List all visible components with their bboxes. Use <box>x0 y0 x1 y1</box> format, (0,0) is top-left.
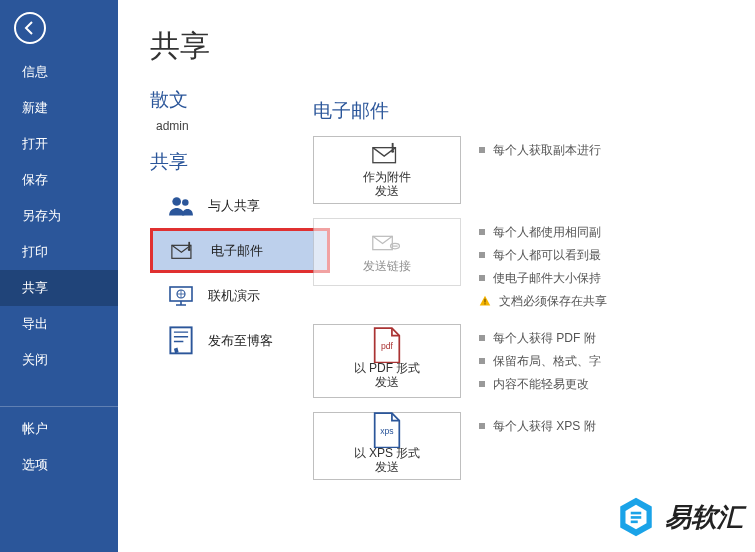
bullet-icon <box>479 335 485 341</box>
present-online-icon <box>168 285 194 307</box>
bullet-text: 每个人都可以看到最 <box>493 247 601 264</box>
warning-icon <box>479 295 491 307</box>
bullet-group: 每个人获得 XPS 附 <box>479 412 596 435</box>
watermark-logo-icon <box>615 496 657 538</box>
tile-label: 以 PDF 形式 发送 <box>354 361 421 389</box>
sidebar-item-saveas[interactable]: 另存为 <box>0 198 118 234</box>
svg-rect-11 <box>484 299 485 303</box>
blog-icon <box>168 330 194 352</box>
bullet-text: 内容不能轻易更改 <box>493 376 589 393</box>
tile-send-xps[interactable]: xps 以 XPS 形式 发送 <box>313 412 461 480</box>
page-title: 共享 <box>150 26 755 67</box>
bullet-group: 每个人获取副本进行 <box>479 136 601 159</box>
sidebar-item-share[interactable]: 共享 <box>0 270 118 306</box>
sidebar-item-export[interactable]: 导出 <box>0 306 118 342</box>
bullet-icon <box>479 229 485 235</box>
tile-send-pdf[interactable]: pdf 以 PDF 形式 发送 <box>313 324 461 398</box>
bullet-icon <box>479 275 485 281</box>
svg-point-3 <box>188 248 191 251</box>
bullet-text: 保留布局、格式、字 <box>493 353 601 370</box>
pdf-file-icon: pdf <box>371 333 403 357</box>
watermark: 易软汇 <box>615 496 743 538</box>
share-item-label: 与人共享 <box>208 197 260 215</box>
share-item-present[interactable]: 联机演示 <box>150 273 330 318</box>
svg-text:xps: xps <box>380 426 393 436</box>
sidebar-item-save[interactable]: 保存 <box>0 162 118 198</box>
bullet-text: 每个人都使用相同副 <box>493 224 601 241</box>
envelope-attach-icon <box>371 142 403 166</box>
svg-rect-16 <box>631 516 642 519</box>
sidebar-item-options[interactable]: 选项 <box>0 447 118 483</box>
svg-rect-17 <box>631 521 638 524</box>
svg-rect-15 <box>631 512 642 515</box>
share-item-label: 电子邮件 <box>211 242 263 260</box>
bullet-text: 使电子邮件大小保持 <box>493 270 601 287</box>
bullet-icon <box>479 358 485 364</box>
bullet-text: 每个人获取副本进行 <box>493 142 601 159</box>
tile-label: 作为附件 发送 <box>363 170 411 198</box>
svg-point-8 <box>391 150 394 153</box>
svg-point-0 <box>172 197 181 206</box>
back-button[interactable] <box>14 12 46 44</box>
bullet-icon <box>479 423 485 429</box>
sidebar-item-print[interactable]: 打印 <box>0 234 118 270</box>
tile-send-link: 发送链接 <box>313 218 461 286</box>
svg-rect-12 <box>484 303 485 304</box>
share-item-label: 联机演示 <box>208 287 260 305</box>
xps-file-icon: xps <box>371 418 403 442</box>
sidebar-item-account[interactable]: 帐户 <box>0 411 118 447</box>
share-item-people[interactable]: 与人共享 <box>150 183 330 228</box>
sidebar-item-info[interactable]: 信息 <box>0 54 118 90</box>
watermark-text: 易软汇 <box>665 500 743 535</box>
bullet-text: 文档必须保存在共享 <box>499 293 607 310</box>
envelope-link-icon <box>371 231 403 255</box>
tile-label: 以 XPS 形式 发送 <box>354 446 421 474</box>
tile-send-attachment[interactable]: 作为附件 发送 <box>313 136 461 204</box>
share-item-email[interactable]: 电子邮件 <box>150 228 330 273</box>
bullet-icon <box>479 147 485 153</box>
sidebar-item-close[interactable]: 关闭 <box>0 342 118 378</box>
sidebar-item-open[interactable]: 打开 <box>0 126 118 162</box>
bullet-group: 每个人都使用相同副 每个人都可以看到最 使电子邮件大小保持 文档必须保存在共享 <box>479 218 607 310</box>
email-heading: 电子邮件 <box>313 98 633 124</box>
bullet-icon <box>479 252 485 258</box>
sidebar-item-new[interactable]: 新建 <box>0 90 118 126</box>
bullet-text: 每个人获得 PDF 附 <box>493 330 596 347</box>
share-item-label: 发布至博客 <box>208 332 273 350</box>
svg-rect-6 <box>170 328 191 354</box>
email-panel: 电子邮件 作为附件 发送 每个人获取副本进行 发送链接 每个人都使用相同副 每个… <box>313 98 633 494</box>
tile-label: 发送链接 <box>363 259 411 273</box>
people-icon <box>168 195 194 217</box>
bullet-group: 每个人获得 PDF 附 保留布局、格式、字 内容不能轻易更改 <box>479 324 601 393</box>
back-arrow-icon <box>22 20 38 36</box>
svg-point-1 <box>182 199 188 205</box>
bullet-text: 每个人获得 XPS 附 <box>493 418 596 435</box>
svg-text:pdf: pdf <box>381 341 394 351</box>
envelope-attach-icon <box>171 240 197 262</box>
bullet-icon <box>479 381 485 387</box>
sidebar-separator <box>0 406 118 407</box>
backstage-sidebar: 信息 新建 打开 保存 另存为 打印 共享 导出 关闭 帐户 选项 <box>0 0 118 552</box>
share-item-blog[interactable]: 发布至博客 <box>150 318 330 363</box>
